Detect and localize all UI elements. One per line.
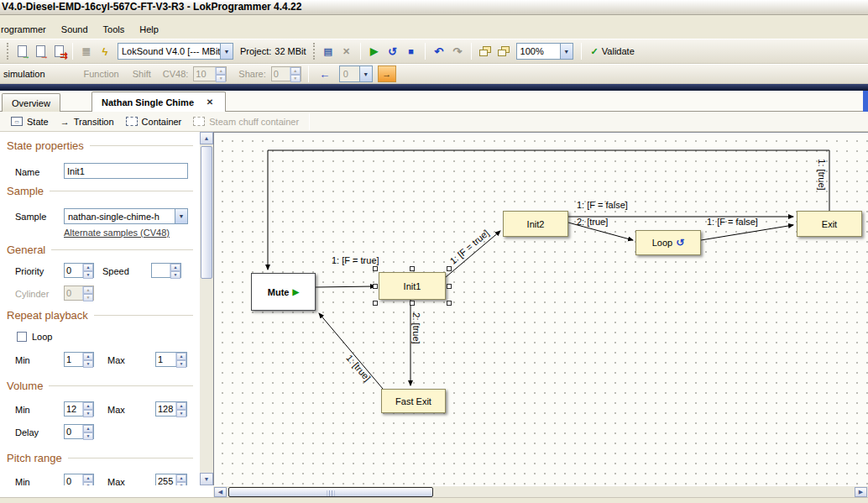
container-tool-button[interactable]: Container xyxy=(120,115,188,128)
name-input[interactable] xyxy=(64,163,188,179)
menu-tools[interactable]: Tools xyxy=(96,21,133,38)
sample-select[interactable]: nathan-single-chime-h ▼ xyxy=(64,208,188,224)
transition-label-loop-exit[interactable]: 1: [F = false] xyxy=(707,217,758,227)
transition-label-init1-fastexit[interactable]: 2: [true] xyxy=(411,312,421,343)
validate-button[interactable]: ✓ Validate xyxy=(586,42,640,60)
selection-handle[interactable] xyxy=(447,301,452,306)
check-icon: ✓ xyxy=(591,46,599,57)
chevron-down-icon[interactable]: ▼ xyxy=(220,44,233,59)
back-arrow-icon[interactable]: ← xyxy=(316,65,334,83)
canvas-hscrollbar-thumb[interactable] xyxy=(228,487,433,497)
state-loop[interactable]: Loop ↺ xyxy=(635,230,701,255)
selection-handle[interactable] xyxy=(373,266,378,271)
state-exit[interactable]: Exit xyxy=(797,211,862,237)
delete-icon[interactable]: ✕ xyxy=(337,42,356,60)
speed-input[interactable] xyxy=(152,264,170,277)
chevron-down-icon[interactable]: ▼ xyxy=(175,209,187,223)
section-state-properties: State properties xyxy=(7,139,84,152)
menu-sound[interactable]: Sound xyxy=(54,21,96,38)
delay-spinner[interactable]: ▲▼ xyxy=(64,424,94,439)
spinner-buttons[interactable]: ▲▼ xyxy=(82,425,93,438)
forward-arrow-button[interactable]: → xyxy=(378,65,396,82)
alternate-samples-link[interactable]: Alternate samples (CV48) xyxy=(64,228,170,238)
pitch-min-input[interactable] xyxy=(65,474,82,485)
priority-input[interactable] xyxy=(65,264,82,277)
transition-label-init2-exit[interactable]: 1: [F = false] xyxy=(577,200,628,210)
state-tool-button[interactable]: ▭ State xyxy=(5,115,55,128)
spinner-buttons[interactable]: ▲▼ xyxy=(82,353,93,366)
close-icon[interactable]: ✕ xyxy=(204,97,216,108)
spinner-buttons[interactable]: ▲▼ xyxy=(82,264,93,277)
tile-windows-icon[interactable] xyxy=(494,42,513,60)
repeat-max-spinner[interactable]: ▲▼ xyxy=(155,352,187,367)
spinner-buttons[interactable]: ▲▼ xyxy=(175,474,186,485)
state-init1[interactable]: Init1 xyxy=(379,272,446,300)
view-data-icon[interactable]: ▤ xyxy=(319,42,337,60)
state-fast-exit[interactable]: Fast Exit xyxy=(381,389,446,413)
state-label: Fast Exit xyxy=(395,396,431,406)
volume-min-input[interactable] xyxy=(65,402,82,416)
loop-checkbox[interactable] xyxy=(17,332,27,342)
priority-spinner[interactable]: ▲▼ xyxy=(64,263,94,278)
transition-tool-button[interactable]: → Transition xyxy=(55,115,120,128)
scroll-right-icon[interactable]: ▶ xyxy=(855,487,867,497)
play-icon[interactable]: ▶ xyxy=(365,42,384,60)
repeat-min-spinner[interactable]: ▲▼ xyxy=(64,352,94,367)
zoom-select[interactable]: 100% ▼ xyxy=(516,43,573,60)
speed-label: Speed xyxy=(102,266,129,276)
volume-min-spinner[interactable]: ▲▼ xyxy=(64,401,94,417)
spinner-buttons[interactable]: ▲▼ xyxy=(170,264,180,277)
cascade-windows-icon[interactable] xyxy=(476,42,494,60)
write-decoder-icon[interactable]: → xyxy=(31,42,50,60)
loop-play-icon[interactable]: ↺ xyxy=(384,42,402,60)
toolbar-separator xyxy=(309,113,310,130)
volume-max-input[interactable] xyxy=(156,402,175,416)
repeat-max-input[interactable] xyxy=(156,353,175,366)
repeat-min-input[interactable] xyxy=(65,353,82,366)
share-spinner: ▲▼ xyxy=(271,66,301,81)
selection-handle[interactable] xyxy=(410,301,415,306)
write-sound-icon[interactable]: ⇉ xyxy=(50,42,68,60)
spinner-buttons[interactable]: ▲▼ xyxy=(82,474,93,485)
redo-icon[interactable]: ↷ xyxy=(448,42,467,60)
selection-handle[interactable] xyxy=(447,266,452,271)
read-decoder-icon[interactable]: → xyxy=(13,42,31,60)
scroll-up-icon[interactable]: ▲ xyxy=(200,132,213,144)
tab-nathan-single-chime[interactable]: Nathan Single Chime ✕ xyxy=(92,92,226,112)
selection-handle[interactable] xyxy=(373,284,378,289)
speed-spinner[interactable]: ▲▼ xyxy=(151,263,181,278)
toolbar-grip[interactable] xyxy=(313,43,316,60)
undo-icon[interactable]: ↶ xyxy=(430,42,448,60)
selection-handle[interactable] xyxy=(410,266,415,271)
selection-handle[interactable] xyxy=(373,301,378,306)
stop-icon[interactable]: ■ xyxy=(402,42,421,60)
panel-scrollbar-thumb[interactable] xyxy=(201,146,212,279)
spinner-buttons[interactable]: ▲▼ xyxy=(175,402,186,416)
scroll-left-icon[interactable]: ◀ xyxy=(214,487,227,497)
canvas-hscrollbar[interactable]: ◀ ▶ xyxy=(213,485,868,497)
transition-label-mute-init1[interactable]: 1: [F = true] xyxy=(332,255,379,265)
selection-handle[interactable] xyxy=(447,284,452,289)
diagram-canvas[interactable]: Mute ▶ Init1 Init2 Loop ↺ Exit Fast Exit… xyxy=(213,132,868,485)
delay-input[interactable] xyxy=(65,425,82,438)
transition-label-init2-loop[interactable]: 2: [true] xyxy=(577,217,608,227)
scroll-down-icon[interactable]: ▼ xyxy=(200,473,213,485)
pitch-min-spinner[interactable]: ▲▼ xyxy=(64,474,94,485)
spinner-buttons[interactable]: ▲▼ xyxy=(175,353,186,366)
state-init2[interactable]: Init2 xyxy=(503,211,568,237)
state-mute[interactable]: Mute ▶ xyxy=(251,273,316,311)
spinner-buttons[interactable]: ▲▼ xyxy=(82,402,93,416)
chevron-down-icon[interactable]: ▼ xyxy=(560,44,573,59)
menu-programmer[interactable]: rogrammer xyxy=(0,21,54,38)
toolbar-grip[interactable] xyxy=(7,43,9,60)
pitch-max-spinner[interactable]: ▲▼ xyxy=(155,474,187,485)
tab-overview[interactable]: Overview xyxy=(2,93,60,112)
transition-label-exit-mute[interactable]: 1: [true] xyxy=(817,159,827,190)
volume-max-spinner[interactable]: ▲▼ xyxy=(155,401,187,417)
power-icon[interactable]: ϟ xyxy=(96,42,114,60)
pitch-max-input[interactable] xyxy=(156,474,175,485)
menu-help[interactable]: Help xyxy=(132,21,166,38)
device-select[interactable]: LokSound V4.0 [--- MBit] ▼ xyxy=(118,43,233,60)
panel-scrollbar[interactable]: ▲ ▼ xyxy=(200,132,213,485)
programmer-icon[interactable]: ≣ xyxy=(77,42,96,60)
